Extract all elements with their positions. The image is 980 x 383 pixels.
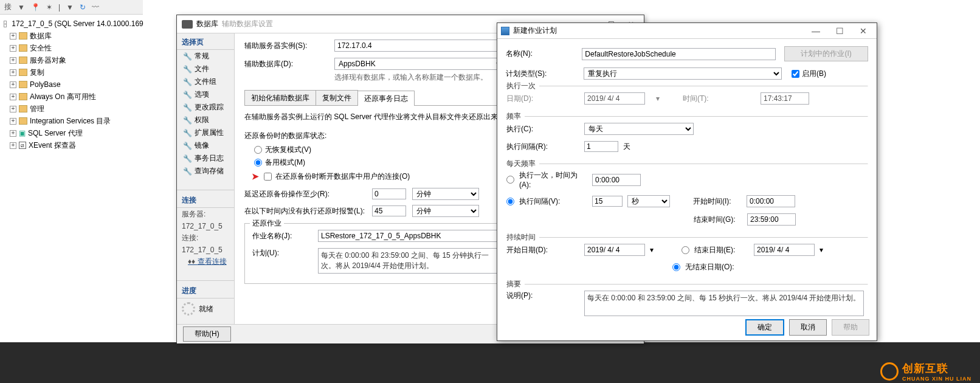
expand-icon[interactable]: + bbox=[10, 142, 16, 149]
help-button[interactable]: 帮助(H) bbox=[183, 326, 231, 342]
enable-checkbox-row[interactable]: 启用(B) bbox=[792, 69, 864, 79]
side-opt-mirror[interactable]: 🔧镜像 bbox=[177, 139, 234, 152]
side-opt-extended[interactable]: 🔧扩展属性 bbox=[177, 126, 234, 139]
occurs-select[interactable]: 每天 bbox=[584, 123, 694, 135]
no-end-date-radio[interactable] bbox=[672, 263, 680, 271]
start-date-input[interactable] bbox=[584, 244, 645, 256]
recurs-every-label: 执行间隔(R): bbox=[506, 142, 579, 152]
toolbar-refresh-icon[interactable]: ↻ bbox=[78, 3, 88, 12]
ok-button[interactable]: 确定 bbox=[745, 319, 784, 336]
side-opt-changetracking[interactable]: 🔧更改跟踪 bbox=[177, 101, 234, 114]
expand-icon[interactable]: + bbox=[10, 57, 16, 64]
tree-label: 服务器对象 bbox=[30, 54, 66, 66]
tree-node-replication[interactable]: + 复制 bbox=[1, 66, 142, 78]
side-connection-header: 连接 bbox=[177, 191, 234, 208]
side-opt-general[interactable]: 🔧常规 bbox=[177, 50, 234, 63]
delay-restore-spinner[interactable] bbox=[372, 188, 406, 199]
tab-copy-files[interactable]: 复制文件 bbox=[316, 90, 358, 105]
minimize-button[interactable]: — bbox=[806, 26, 826, 36]
tree-node-polybase[interactable]: + PolyBase bbox=[1, 78, 142, 91]
expand-icon[interactable]: + bbox=[10, 106, 16, 112]
expand-icon[interactable]: + bbox=[10, 33, 16, 40]
start-date-label: 开始日期(D): bbox=[506, 245, 579, 255]
side-opt-querystore[interactable]: 🔧查询存储 bbox=[177, 165, 234, 178]
tree-node-xevent[interactable]: +⧄ XEvent 探查器 bbox=[1, 139, 142, 151]
folder-icon bbox=[19, 117, 27, 125]
delay-restore-unit-select[interactable]: 分钟 bbox=[412, 188, 479, 200]
dialog2-title-text: 新建作业计划 bbox=[513, 26, 557, 36]
expand-icon[interactable]: + bbox=[10, 69, 16, 76]
toolbar-dropdown-icon[interactable]: ▼ bbox=[16, 3, 27, 12]
tree-label: 管理 bbox=[30, 103, 44, 115]
daily-frequency-legend: 每天频率 bbox=[506, 159, 539, 169]
alert-threshold-spinner[interactable] bbox=[372, 205, 406, 216]
alert-threshold-label: 在以下时间内没有执行还原时报警(L): bbox=[244, 206, 366, 216]
tree-node-databases[interactable]: + 数据库 bbox=[1, 30, 142, 42]
daily-every-spinner[interactable] bbox=[592, 196, 623, 207]
expand-icon[interactable]: - bbox=[4, 21, 7, 27]
side-opt-files[interactable]: 🔧文件 bbox=[177, 63, 234, 75]
help-button: 帮助 bbox=[832, 319, 869, 336]
daily-every-unit-select[interactable]: 秒 bbox=[627, 195, 670, 207]
side-opt-permissions[interactable]: 🔧权限 bbox=[177, 114, 234, 126]
daily-every-radio[interactable] bbox=[506, 198, 514, 205]
toolbar-item-connect[interactable]: 接 bbox=[2, 2, 13, 12]
tree-label: SQL Server 代理 bbox=[28, 127, 83, 139]
tree-node-agent[interactable]: +▣ SQL Server 代理 bbox=[1, 127, 142, 139]
toolbar-filter-icon[interactable]: ▼ bbox=[64, 3, 75, 12]
page-dark-footer bbox=[0, 342, 980, 383]
toolbar-icon-1[interactable]: 📍 bbox=[29, 3, 42, 12]
toolbar-activity-icon[interactable]: 〰 bbox=[90, 3, 101, 12]
expand-icon[interactable]: + bbox=[10, 94, 16, 100]
expand-icon[interactable]: + bbox=[10, 81, 16, 88]
spinner-icon bbox=[182, 302, 195, 316]
end-time-label: 结束时间(G): bbox=[694, 215, 742, 225]
end-time-input[interactable] bbox=[747, 213, 796, 226]
tree-node-alwayson[interactable]: + Always On 高可用性 bbox=[1, 91, 142, 103]
tab-init-secondary[interactable]: 初始化辅助数据库 bbox=[244, 90, 316, 105]
toolbar-icon-2[interactable]: ✶ bbox=[44, 3, 54, 12]
expand-icon[interactable]: + bbox=[10, 45, 16, 52]
brand-circle-icon bbox=[880, 362, 899, 381]
expand-icon[interactable]: + bbox=[10, 130, 16, 137]
enable-checkbox[interactable] bbox=[792, 70, 799, 78]
start-time-input[interactable] bbox=[747, 195, 795, 207]
side-view-connection-link[interactable]: ♦♦ 查看连接 bbox=[177, 255, 234, 268]
tab-restore-txlog[interactable]: 还原事务日志 bbox=[357, 91, 415, 106]
recurs-every-spinner[interactable] bbox=[584, 141, 618, 152]
side-opt-txlog[interactable]: 🔧事务日志 bbox=[177, 152, 234, 165]
end-date-radio[interactable] bbox=[682, 246, 689, 254]
job-name-input[interactable] bbox=[318, 230, 500, 242]
radio-standby-input[interactable] bbox=[254, 159, 262, 167]
folder-icon bbox=[19, 69, 27, 76]
maximize-button[interactable]: ☐ bbox=[830, 26, 850, 36]
side-opt-options[interactable]: 🔧选项 bbox=[177, 88, 234, 101]
xevent-icon: ⧄ bbox=[19, 142, 26, 149]
secondary-db-select[interactable]: AppsDBHK bbox=[334, 58, 505, 70]
tree-node-security[interactable]: + 安全性 bbox=[1, 42, 142, 54]
schedule-type-select[interactable]: 重复执行 bbox=[584, 67, 782, 80]
tree-node-ssis[interactable]: + Integration Services 目录 bbox=[1, 115, 142, 127]
tree-node-serverobjects[interactable]: + 服务器对象 bbox=[1, 54, 142, 66]
schedule-name-input[interactable] bbox=[582, 48, 776, 60]
tree-label: PolyBase bbox=[30, 78, 61, 91]
tree-label: Always On 高可用性 bbox=[30, 91, 96, 103]
execute-once-group: 执行一次 日期(D): ▾ 时间(T): bbox=[506, 86, 868, 114]
dialog2-titlebar[interactable]: 新建作业计划 — ☐ ✕ bbox=[497, 23, 877, 39]
side-opt-filegroups[interactable]: 🔧文件组 bbox=[177, 75, 234, 88]
close-button[interactable]: ✕ bbox=[854, 26, 873, 36]
tree-server-node[interactable]: - 172_17_0_5 (SQL Server 14.0.1000.169 bbox=[1, 18, 142, 30]
toolbar: 接 ▼ 📍 ✶ | ▼ ↻ 〰 bbox=[0, 0, 143, 15]
daily-once-time-input[interactable] bbox=[592, 174, 641, 186]
alert-threshold-unit-select[interactable]: 分钟 bbox=[412, 205, 479, 217]
expand-icon[interactable]: + bbox=[10, 118, 16, 125]
daily-once-radio[interactable] bbox=[506, 176, 514, 184]
radio-norecovery-input[interactable] bbox=[254, 146, 262, 154]
recurs-every-unit: 天 bbox=[623, 142, 630, 152]
frequency-group: 频率 执行(C): 每天 执行间隔(R): 天 bbox=[506, 116, 868, 161]
cancel-button[interactable]: 取消 bbox=[789, 319, 827, 336]
tree-node-management[interactable]: + 管理 bbox=[1, 103, 142, 115]
secondary-instance-input[interactable] bbox=[334, 40, 505, 52]
disconnect-users-checkbox[interactable] bbox=[264, 173, 272, 181]
end-date-input[interactable] bbox=[754, 244, 815, 256]
